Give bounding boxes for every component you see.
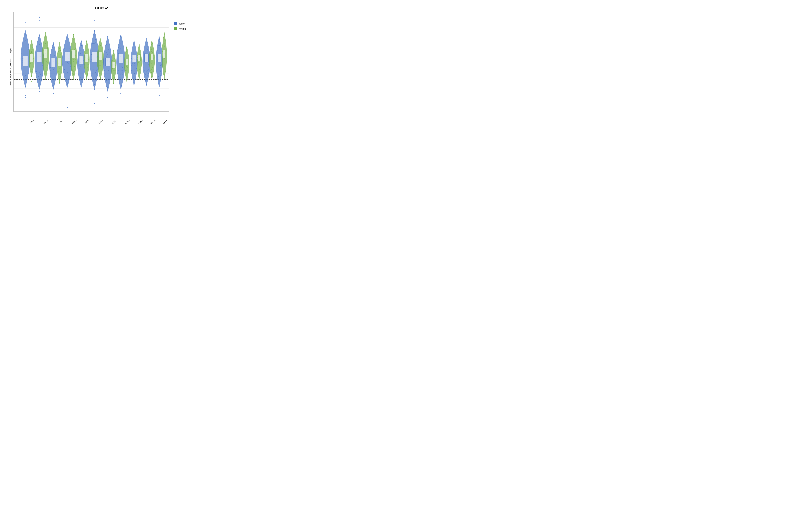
svg-rect-596 [120, 88, 121, 89]
svg-rect-718 [134, 63, 135, 64]
svg-point-247 [53, 93, 54, 94]
svg-rect-924 [163, 48, 163, 49]
svg-rect-585 [120, 82, 120, 83]
svg-rect-57 [32, 42, 32, 43]
svg-rect-139 [45, 32, 46, 32]
svg-rect-618 [120, 47, 120, 47]
svg-rect-848 [151, 76, 152, 76]
svg-rect-904 [164, 64, 164, 65]
svg-rect-517 [108, 90, 108, 90]
svg-rect-636 [127, 53, 128, 53]
svg-rect-641 [126, 50, 127, 50]
svg-rect-65 [33, 49, 33, 50]
svg-rect-835 [152, 52, 153, 53]
svg-rect-781 [146, 41, 147, 41]
svg-rect-783 [145, 50, 146, 50]
svg-rect-886 [160, 75, 160, 76]
svg-rect-934 [163, 47, 163, 47]
svg-rect-775 [147, 83, 147, 84]
legend-color-normal [174, 27, 177, 30]
svg-rect-540 [108, 49, 109, 50]
svg-rect-733 [139, 45, 139, 46]
legend-item-tumor: Tumor [174, 22, 195, 25]
svg-rect-501 [106, 52, 107, 53]
svg-rect-802 [146, 44, 146, 45]
svg-rect-447 [94, 84, 95, 85]
svg-rect-769 [148, 50, 149, 51]
svg-rect-442 [93, 73, 93, 74]
svg-rect-920 [166, 57, 166, 57]
svg-rect-515 [104, 65, 105, 65]
svg-rect-100 [42, 65, 43, 66]
svg-rect-710 [131, 70, 132, 70]
svg-rect-526 [106, 44, 107, 45]
svg-rect-7 [25, 41, 25, 42]
svg-rect-798 [146, 74, 146, 75]
svg-rect-226 [59, 74, 60, 75]
svg-rect-925 [164, 35, 165, 35]
svg-rect-519 [110, 55, 110, 55]
svg-rect-864 [161, 64, 162, 64]
svg-rect-569 [113, 55, 113, 56]
svg-rect-645 [125, 65, 126, 66]
svg-rect-331 [65, 52, 70, 61]
svg-rect-436 [97, 66, 98, 66]
svg-rect-743 [137, 60, 138, 60]
svg-rect-513 [107, 44, 107, 44]
svg-rect-504 [105, 51, 105, 52]
svg-rect-614 [123, 72, 123, 73]
svg-rect-784 [147, 43, 147, 43]
svg-rect-632 [126, 72, 127, 72]
y-axis-label: mRNA Expression (RNASeq V2, log2) [8, 12, 13, 122]
svg-rect-21 [25, 75, 26, 76]
svg-rect-327 [73, 61, 74, 62]
svg-rect-696 [135, 51, 136, 51]
svg-rect-341 [81, 43, 82, 43]
svg-rect-178 [53, 43, 54, 43]
svg-rect-227 [58, 79, 59, 80]
svg-rect-768 [148, 46, 148, 47]
svg-rect-429 [94, 34, 95, 34]
svg-rect-16 [21, 53, 22, 53]
svg-rect-709 [135, 68, 136, 68]
svg-rect-590 [122, 71, 123, 71]
svg-rect-656 [126, 70, 126, 71]
svg-rect-458 [100, 72, 100, 73]
svg-rect-426 [94, 83, 94, 83]
svg-rect-533 [106, 53, 106, 53]
svg-rect-797 [144, 68, 144, 68]
svg-rect-149 [46, 43, 47, 43]
svg-rect-901 [159, 40, 159, 40]
svg-rect-310 [75, 55, 76, 55]
svg-rect-506 [107, 36, 108, 37]
svg-rect-568 [113, 82, 114, 83]
svg-rect-595 [120, 87, 121, 88]
svg-rect-882 [162, 60, 162, 61]
svg-rect-324 [73, 43, 73, 43]
svg-rect-902 [164, 74, 165, 74]
svg-rect-667 [126, 48, 127, 49]
svg-rect-30 [22, 60, 22, 60]
svg-rect-604 [120, 48, 121, 48]
svg-rect-45 [31, 43, 31, 43]
legend-label-tumor: Tumor [179, 22, 186, 25]
svg-rect-291 [67, 62, 68, 63]
svg-rect-175 [52, 47, 53, 48]
svg-rect-288 [67, 35, 67, 35]
svg-rect-287 [64, 56, 64, 57]
svg-rect-672 [126, 49, 127, 50]
svg-rect-413 [94, 86, 95, 87]
svg-rect-941 [162, 51, 163, 52]
svg-rect-806 [148, 70, 148, 70]
svg-rect-729 [138, 70, 138, 71]
svg-rect-33 [28, 48, 29, 48]
svg-rect-10 [25, 33, 26, 34]
svg-rect-213 [60, 54, 61, 55]
svg-rect-487 [98, 50, 98, 50]
svg-rect-893 [158, 47, 158, 48]
svg-rect-914 [164, 75, 165, 75]
svg-rect-665 [126, 76, 127, 77]
svg-point-171 [39, 19, 40, 20]
svg-rect-302 [74, 42, 75, 43]
svg-rect-470 [100, 45, 101, 46]
